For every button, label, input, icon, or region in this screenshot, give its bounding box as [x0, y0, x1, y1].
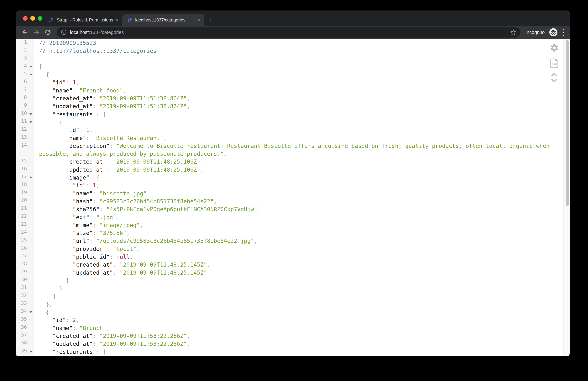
code-line: {	[34, 356, 63, 356]
line-number: 21	[21, 205, 27, 211]
scrollbar-track[interactable]	[563, 39, 570, 356]
zoom-window-button[interactable]	[38, 16, 42, 21]
incognito-badge-icon	[549, 28, 558, 37]
json-row: 14 "description": "Welcome to Biscotte r…	[16, 142, 563, 150]
code-line: "updated_at": "2019-09-09T11:48:25.145Z"	[34, 269, 207, 277]
json-row: 35 "id": 2,	[16, 316, 563, 324]
json-row: 32 ]	[16, 292, 563, 300]
tab-localhost-categories[interactable]: localhost:1337/categories ×	[122, 14, 204, 26]
code-line: "sha256": "4s5P-PkEqa1vP0qeAp6putbFLNCA3…	[34, 205, 261, 213]
code-line: "restaurants": [	[34, 348, 106, 356]
json-row: 23 "mime": "image/jpeg",	[16, 221, 563, 229]
json-row: 31 }	[16, 284, 563, 292]
json-row: 1// 20190909135523	[16, 39, 563, 47]
collapse-toggle-icon[interactable]	[29, 177, 32, 179]
line-number: 28	[21, 261, 27, 266]
json-row: 11 {	[16, 118, 563, 126]
line-number: 23	[21, 221, 27, 227]
code-line: "public_id": null,	[34, 253, 133, 261]
svg-text:RAW: RAW	[552, 63, 557, 66]
json-row: 21 "sha256": "4s5P-PkEqa1vP0qeAp6putbFLN…	[16, 205, 563, 213]
chevron-down-icon[interactable]	[551, 78, 558, 83]
json-row: 3	[16, 55, 563, 63]
line-number: 22	[21, 213, 27, 219]
back-icon	[21, 29, 29, 36]
code-line: "url": "/uploads/c99583c3c26b454b851735f…	[34, 237, 257, 245]
code-line: "updated_at": "2019-09-09T11:48:25.106Z"…	[34, 166, 204, 174]
json-row: 13 "name": "Biscotte Restaurant",	[16, 134, 563, 142]
code-line: "mime": "image/jpeg",	[34, 221, 143, 229]
chevron-up-icon[interactable]	[551, 72, 558, 77]
bookmark-star-icon[interactable]	[510, 29, 517, 36]
collapse-toggle-icon[interactable]	[29, 66, 32, 68]
line-number: 25	[21, 237, 27, 243]
line-number: 29	[21, 269, 27, 274]
code-line: "ext": ".jpg",	[34, 213, 120, 221]
collapse-toggle-icon[interactable]	[29, 113, 32, 115]
json-row: 28 "created_at": "2019-09-09T11:48:25.14…	[16, 261, 563, 269]
new-tab-button[interactable]: +	[209, 16, 213, 24]
code-line: "image": {	[34, 174, 100, 181]
browser-menu-button[interactable]	[562, 29, 564, 36]
json-row: 4[	[16, 63, 563, 71]
json-row: 37 "created_at": "2019-09-09T11:53:22.28…	[16, 332, 563, 340]
url-text[interactable]: localhost:1337/categories	[70, 30, 510, 35]
forward-button[interactable]	[32, 28, 41, 37]
browser-toolbar: localhost:1337/categories Incognito	[16, 26, 570, 39]
line-number: 16	[21, 166, 27, 171]
minimize-window-button[interactable]	[30, 16, 35, 21]
code-line: // http://localhost:1337/categories	[34, 47, 157, 55]
collapse-toggle-icon[interactable]	[29, 121, 32, 123]
collapse-toggle-icon[interactable]	[29, 311, 32, 313]
line-number: 13	[21, 134, 27, 140]
settings-gear-icon[interactable]	[550, 43, 559, 52]
code-line: {	[34, 118, 63, 126]
line-number: 4	[24, 63, 27, 69]
info-icon[interactable]	[61, 29, 67, 35]
line-number: 7	[24, 87, 27, 92]
back-button[interactable]	[20, 28, 30, 37]
line-number: 9	[24, 102, 27, 108]
json-row: 15 "created_at": "2019-09-09T11:48:25.10…	[16, 158, 563, 166]
address-bar[interactable]: localhost:1337/categories	[57, 27, 520, 38]
line-number: 36	[21, 324, 27, 330]
browser-window: Strapi - Roles & Permissions × localhost…	[16, 10, 570, 356]
code-line: {	[34, 308, 49, 316]
tab-strapi-roles-permissions[interactable]: Strapi - Roles & Permissions ×	[44, 14, 122, 26]
close-window-button[interactable]	[23, 16, 28, 21]
code-line: {	[34, 71, 49, 79]
scrollbar-thumb[interactable]	[566, 40, 569, 206]
line-number: 26	[21, 245, 27, 251]
reload-button[interactable]	[43, 28, 52, 37]
json-row: 40 {	[16, 356, 563, 356]
tab-close-icon[interactable]: ×	[198, 17, 201, 23]
json-row: 27 "public_id": null,	[16, 253, 563, 261]
tab-title: Strapi - Roles & Permissions	[57, 18, 113, 23]
tab-title: localhost:1337/categories	[135, 18, 195, 23]
line-number: 27	[21, 253, 27, 259]
json-row: 10 "restaurants": [	[16, 110, 563, 118]
code-line: // 20190909135523	[34, 39, 96, 47]
line-number: 3	[24, 55, 27, 61]
collapse-toggle-icon[interactable]	[29, 351, 32, 353]
json-row: 17 "image": {	[16, 174, 563, 181]
json-row: 18 "id": 1,	[16, 181, 563, 189]
json-row: 6 "id": 1,	[16, 79, 563, 86]
raw-document-icon[interactable]: RAW	[550, 58, 559, 68]
json-row: 33 },	[16, 300, 563, 308]
tab-close-icon[interactable]: ×	[116, 17, 119, 23]
line-number: 40	[21, 356, 27, 356]
code-line: "name": "biscotte.jpg",	[34, 190, 150, 197]
collapse-toggle-icon[interactable]	[29, 74, 32, 76]
json-row: 9 "updated_at": "2019-09-09T11:51:38.864…	[16, 102, 563, 110]
menu-dots-icon	[563, 29, 564, 30]
json-row: 34 {	[16, 308, 563, 316]
code-line: "name": "Biscotte Restaurant",	[34, 134, 167, 142]
code-line: "id": 2,	[34, 316, 79, 324]
code-line: "created_at": "2019-09-09T11:48:25.106Z"…	[34, 158, 204, 166]
line-number: 35	[21, 316, 27, 322]
json-row: 2// http://localhost:1337/categories	[16, 47, 563, 55]
json-row: 39 "restaurants": [	[16, 348, 563, 356]
line-number: 31	[21, 284, 27, 290]
reload-icon	[44, 29, 52, 36]
